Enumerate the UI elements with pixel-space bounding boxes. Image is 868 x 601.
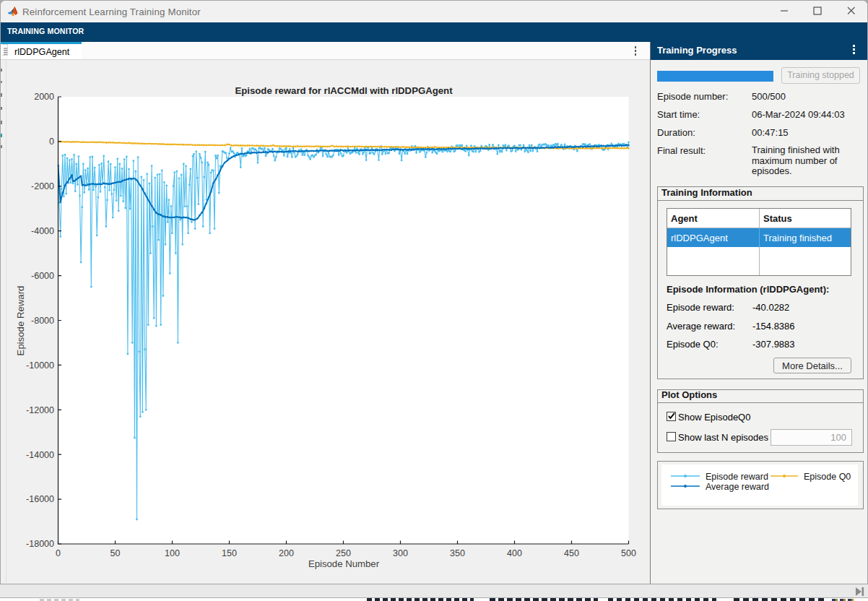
svg-text:150: 150 bbox=[222, 548, 237, 558]
svg-text:-12000: -12000 bbox=[26, 405, 54, 415]
svg-text:Episode reward for rlACCMdl wi: Episode reward for rlACCMdl with rlDDPGA… bbox=[235, 85, 453, 96]
svg-text:300: 300 bbox=[393, 548, 408, 558]
svg-text:400: 400 bbox=[507, 548, 522, 558]
svg-text:Episode Q0: Episode Q0 bbox=[804, 472, 851, 482]
svg-text:0: 0 bbox=[49, 137, 54, 147]
svg-text:100: 100 bbox=[165, 548, 180, 558]
svg-text:Episode Reward: Episode Reward bbox=[15, 286, 26, 356]
svg-text:Average reward: Average reward bbox=[706, 482, 769, 492]
svg-text:450: 450 bbox=[564, 548, 579, 558]
svg-text:250: 250 bbox=[336, 548, 351, 558]
svg-text:-8000: -8000 bbox=[31, 316, 54, 326]
svg-text:Episode Number: Episode Number bbox=[308, 558, 380, 569]
svg-text:0: 0 bbox=[56, 548, 61, 558]
svg-text:350: 350 bbox=[450, 548, 465, 558]
svg-text:-16000: -16000 bbox=[26, 494, 54, 504]
svg-text:-4000: -4000 bbox=[31, 226, 54, 236]
svg-text:2000: 2000 bbox=[34, 92, 54, 102]
svg-text:500: 500 bbox=[621, 548, 636, 558]
svg-text:Episode reward: Episode reward bbox=[706, 472, 768, 482]
svg-text:-6000: -6000 bbox=[31, 271, 54, 281]
svg-text:-2000: -2000 bbox=[31, 181, 54, 191]
svg-text:50: 50 bbox=[110, 548, 121, 558]
svg-text:-10000: -10000 bbox=[26, 360, 54, 371]
svg-text:-14000: -14000 bbox=[26, 450, 54, 460]
svg-text:200: 200 bbox=[279, 548, 294, 558]
svg-text:-18000: -18000 bbox=[26, 539, 54, 549]
